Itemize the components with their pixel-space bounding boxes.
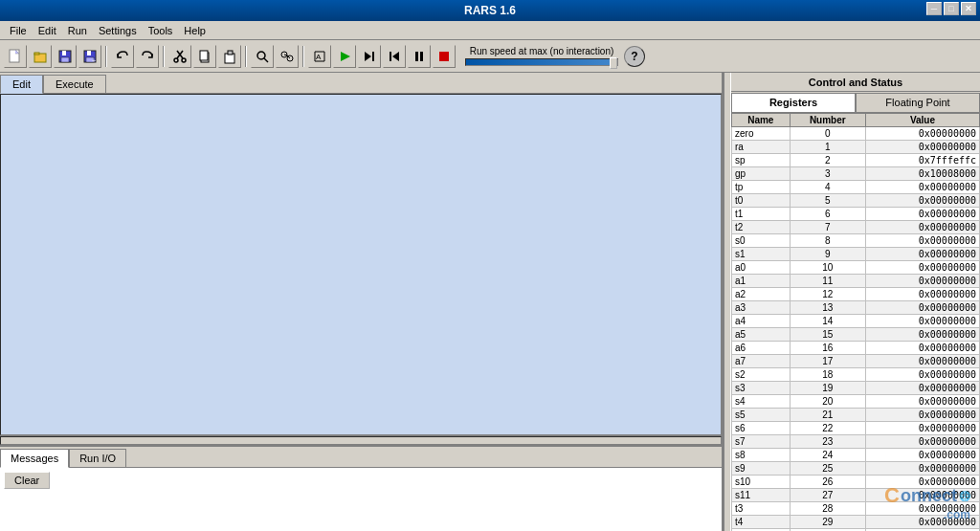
reg-name: a5 bbox=[732, 328, 791, 342]
table-row[interactable]: s7 23 0x00000000 bbox=[732, 435, 980, 449]
table-row[interactable]: s11 27 0x00000000 bbox=[732, 489, 980, 502]
svg-text:A: A bbox=[316, 53, 322, 61]
table-row[interactable]: s1 9 0x00000000 bbox=[732, 248, 980, 261]
svg-line-19 bbox=[264, 58, 268, 62]
reg-name: s5 bbox=[732, 409, 791, 422]
open-button[interactable] bbox=[29, 45, 52, 68]
table-row[interactable]: s10 26 0x00000000 bbox=[732, 476, 980, 489]
backstep-button[interactable] bbox=[383, 45, 406, 68]
redo-button[interactable] bbox=[136, 45, 159, 68]
clear-button[interactable]: Clear bbox=[4, 472, 50, 489]
table-row[interactable]: s2 18 0x00000000 bbox=[732, 368, 980, 382]
toolbar: + A bbox=[0, 40, 980, 73]
table-row[interactable]: s0 8 0x00000000 bbox=[732, 234, 980, 248]
replace-button[interactable] bbox=[276, 45, 299, 68]
table-row[interactable]: a3 13 0x00000000 bbox=[732, 301, 980, 315]
table-row[interactable]: s5 21 0x00000000 bbox=[732, 409, 980, 422]
menu-bar: File Edit Run Settings Tools Help bbox=[0, 21, 980, 40]
speed-fill bbox=[466, 59, 617, 65]
window-controls: ─ □ ✕ bbox=[926, 2, 976, 15]
reg-value: 0x00000000 bbox=[865, 275, 979, 288]
save-button[interactable] bbox=[54, 45, 77, 68]
col-value: Value bbox=[865, 114, 979, 127]
table-row[interactable]: a1 11 0x00000000 bbox=[732, 275, 980, 288]
maximize-button[interactable]: □ bbox=[944, 2, 959, 15]
undo-button[interactable] bbox=[111, 45, 134, 68]
tab-edit[interactable]: Edit bbox=[0, 75, 43, 94]
table-row[interactable]: zero 0 0x00000000 bbox=[732, 127, 980, 141]
table-row[interactable]: t2 7 0x00000000 bbox=[732, 221, 980, 234]
tab-messages[interactable]: Messages bbox=[0, 449, 69, 468]
pause-button[interactable] bbox=[408, 45, 431, 68]
reg-number: 19 bbox=[790, 382, 865, 395]
table-row[interactable]: t0 5 0x00000000 bbox=[732, 194, 980, 208]
table-row[interactable]: s3 19 0x00000000 bbox=[732, 382, 980, 395]
table-row[interactable]: t3 28 0x00000000 bbox=[732, 502, 980, 516]
reg-number: 9 bbox=[790, 248, 865, 261]
table-row[interactable]: a4 14 0x00000000 bbox=[732, 315, 980, 328]
registers-table: Name Number Value zero 0 0x00000000 ra 1… bbox=[731, 113, 980, 531]
minimize-button[interactable]: ─ bbox=[926, 2, 942, 15]
reg-value: 0x00000000 bbox=[865, 221, 979, 234]
svg-rect-0 bbox=[10, 50, 19, 62]
table-row[interactable]: s9 25 0x00000000 bbox=[732, 462, 980, 476]
menu-edit[interactable]: Edit bbox=[33, 23, 62, 38]
svg-rect-2 bbox=[34, 53, 39, 55]
table-row[interactable]: a7 17 0x00000000 bbox=[732, 355, 980, 368]
floating-point-tab[interactable]: Floating Point bbox=[856, 93, 980, 112]
reg-value: 0x00000000 bbox=[865, 315, 979, 328]
menu-tools[interactable]: Tools bbox=[143, 23, 179, 38]
new-button[interactable] bbox=[4, 45, 27, 68]
table-row[interactable]: a6 16 0x00000000 bbox=[732, 342, 980, 355]
scrollbar-track[interactable] bbox=[0, 436, 722, 445]
editor-content[interactable] bbox=[0, 94, 722, 435]
table-row[interactable]: sp 2 0x7fffeffc bbox=[732, 154, 980, 167]
stop-button[interactable] bbox=[433, 45, 456, 68]
paste-button[interactable] bbox=[218, 45, 241, 68]
save-as-button[interactable]: + bbox=[78, 45, 101, 68]
reg-number: 21 bbox=[790, 409, 865, 422]
reg-name: a7 bbox=[732, 355, 791, 368]
copy-button[interactable] bbox=[193, 45, 216, 68]
menu-file[interactable]: File bbox=[4, 23, 33, 38]
reg-name: s1 bbox=[732, 248, 791, 261]
separator-1 bbox=[105, 46, 107, 67]
reg-name: a6 bbox=[732, 342, 791, 355]
table-row[interactable]: s4 20 0x00000000 bbox=[732, 395, 980, 409]
reg-number: 11 bbox=[790, 275, 865, 288]
find-button[interactable] bbox=[251, 45, 274, 68]
speed-label: Run speed at max (no interaction) bbox=[470, 46, 614, 56]
table-row[interactable]: t1 6 0x00000000 bbox=[732, 208, 980, 221]
reg-value: 0x00000000 bbox=[865, 355, 979, 368]
table-row[interactable]: tp 4 0x00000000 bbox=[732, 181, 980, 194]
run-button[interactable] bbox=[333, 45, 356, 68]
table-row[interactable]: a5 15 0x00000000 bbox=[732, 328, 980, 342]
cut-button[interactable] bbox=[168, 45, 191, 68]
editor-scrollbar[interactable] bbox=[0, 435, 722, 445]
menu-help[interactable]: Help bbox=[178, 23, 212, 38]
control-status-header: Control and Status bbox=[731, 73, 980, 92]
table-row[interactable]: gp 3 0x10008000 bbox=[732, 167, 980, 181]
table-row[interactable]: s8 24 0x00000000 bbox=[732, 449, 980, 462]
table-row[interactable]: a2 12 0x00000000 bbox=[732, 288, 980, 301]
menu-run[interactable]: Run bbox=[62, 23, 93, 38]
close-button[interactable]: ✕ bbox=[961, 2, 976, 15]
step-button[interactable] bbox=[358, 45, 381, 68]
speed-slider[interactable] bbox=[465, 58, 618, 66]
table-row[interactable]: t4 29 0x00000000 bbox=[732, 516, 980, 529]
panel-divider[interactable] bbox=[724, 73, 731, 531]
reg-number: 26 bbox=[790, 476, 865, 489]
table-row[interactable]: ra 1 0x00000000 bbox=[732, 141, 980, 154]
table-row[interactable]: s6 22 0x00000000 bbox=[732, 422, 980, 435]
help-button[interactable]: ? bbox=[624, 46, 645, 67]
menu-settings[interactable]: Settings bbox=[93, 23, 143, 38]
reg-value: 0x00000000 bbox=[865, 516, 979, 529]
registers-tab[interactable]: Registers bbox=[731, 93, 856, 112]
tab-run-io[interactable]: Run I/O bbox=[69, 449, 126, 467]
assemble-button[interactable]: A bbox=[308, 45, 331, 68]
reg-value: 0x00000000 bbox=[865, 409, 979, 422]
tab-execute[interactable]: Execute bbox=[43, 75, 106, 93]
reg-name: a0 bbox=[732, 261, 791, 275]
table-row[interactable]: a0 10 0x00000000 bbox=[732, 261, 980, 275]
reg-name: t3 bbox=[732, 502, 791, 516]
